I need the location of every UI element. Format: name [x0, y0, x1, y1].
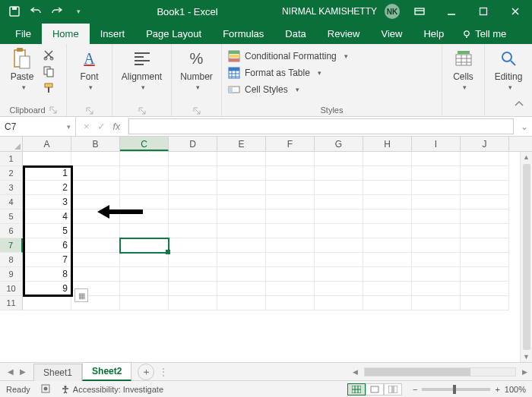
cell[interactable] [461, 210, 509, 224]
cell[interactable] [363, 210, 412, 224]
font-button[interactable]: A Font ▾ [74, 47, 106, 91]
page-break-view-icon[interactable] [384, 383, 402, 395]
col-header[interactable]: H [363, 137, 412, 151]
new-sheet-button[interactable]: ＋ [138, 364, 154, 380]
horizontal-scrollbar[interactable]: ◀ ▶ [173, 367, 532, 377]
cell[interactable] [315, 166, 363, 181]
cell[interactable] [169, 166, 217, 181]
cell[interactable] [315, 152, 363, 166]
cell[interactable] [461, 152, 509, 166]
cell[interactable] [120, 181, 169, 195]
cell[interactable] [169, 253, 217, 267]
cell[interactable] [71, 181, 120, 195]
tell-me[interactable]: Tell me [454, 24, 514, 44]
cell[interactable] [120, 166, 169, 181]
dialog-launcher-icon[interactable] [86, 107, 93, 115]
dialog-launcher-icon[interactable] [138, 107, 146, 115]
sheet-tab-sheet2[interactable]: Sheet2 [82, 362, 131, 381]
col-header[interactable]: E [217, 137, 266, 151]
cell[interactable] [315, 282, 363, 296]
expand-formula-bar-icon[interactable]: ⌄ [517, 117, 532, 136]
cell[interactable] [71, 210, 120, 224]
cell[interactable] [461, 282, 509, 296]
scrollbar-thumb[interactable] [523, 164, 530, 350]
cell[interactable] [169, 238, 217, 253]
cell[interactable] [315, 210, 363, 224]
col-header[interactable]: A [23, 137, 71, 151]
col-header[interactable]: J [461, 137, 509, 151]
tab-home[interactable]: Home [42, 24, 90, 44]
cut-icon[interactable] [43, 49, 55, 61]
dialog-launcher-icon[interactable] [193, 107, 201, 115]
cell[interactable] [315, 195, 363, 210]
cell[interactable] [71, 166, 120, 181]
cell[interactable] [266, 267, 315, 282]
scroll-right-icon[interactable]: ▶ [522, 368, 527, 376]
col-header[interactable]: B [71, 137, 120, 151]
cell[interactable]: 6 [23, 238, 71, 253]
zoom-in-icon[interactable]: + [495, 385, 499, 394]
formula-input[interactable] [128, 118, 514, 134]
normal-view-icon[interactable] [347, 383, 366, 395]
worksheet-grid[interactable]: A B C D E F G H I J 12132435465768798109… [0, 137, 532, 362]
cell[interactable] [461, 296, 509, 310]
cell[interactable] [315, 253, 363, 267]
cell[interactable] [412, 238, 461, 253]
cell[interactable] [412, 224, 461, 238]
row-header[interactable]: 10 [0, 282, 23, 296]
cell[interactable] [120, 296, 169, 310]
cell[interactable] [315, 238, 363, 253]
cell[interactable] [461, 267, 509, 282]
cell[interactable] [71, 152, 120, 166]
cell[interactable] [169, 267, 217, 282]
cell[interactable] [266, 253, 315, 267]
cell[interactable] [363, 267, 412, 282]
cell[interactable] [461, 166, 509, 181]
tab-scroll-splitter[interactable]: ⋮ [154, 367, 173, 377]
row-header[interactable]: 9 [0, 267, 23, 282]
cell[interactable] [23, 296, 71, 310]
accessibility-button[interactable]: Accessibility: Investigate [61, 385, 163, 394]
row-header[interactable]: 4 [0, 195, 23, 210]
format-painter-icon[interactable] [43, 82, 55, 94]
zoom-value[interactable]: 100% [505, 385, 526, 394]
cell[interactable] [169, 210, 217, 224]
cell[interactable] [217, 267, 266, 282]
cell[interactable] [120, 224, 169, 238]
cell[interactable] [412, 181, 461, 195]
cell[interactable] [363, 282, 412, 296]
tab-view[interactable]: View [370, 24, 413, 44]
col-header[interactable]: F [266, 137, 315, 151]
cell[interactable] [217, 296, 266, 310]
cell[interactable] [315, 267, 363, 282]
dialog-launcher-icon[interactable] [49, 106, 57, 114]
cell[interactable] [169, 152, 217, 166]
cell[interactable] [266, 152, 315, 166]
cell[interactable] [461, 224, 509, 238]
cell[interactable] [363, 238, 412, 253]
cell[interactable] [217, 238, 266, 253]
copy-icon[interactable] [43, 65, 55, 77]
cell[interactable] [315, 224, 363, 238]
row-header[interactable]: 5 [0, 210, 23, 224]
minimize-icon[interactable] [439, 3, 464, 20]
collapse-ribbon-icon[interactable] [514, 99, 524, 112]
tab-help[interactable]: Help [413, 24, 454, 44]
vertical-scrollbar[interactable]: ▲ ▼ [520, 152, 532, 362]
cell[interactable] [169, 282, 217, 296]
cell[interactable] [217, 166, 266, 181]
cell[interactable] [461, 195, 509, 210]
col-header[interactable]: I [412, 137, 461, 151]
cell[interactable] [169, 224, 217, 238]
row-header[interactable]: 11 [0, 296, 23, 310]
row-header[interactable]: 7 [0, 238, 23, 253]
cell[interactable]: 4 [23, 210, 71, 224]
cell[interactable] [120, 195, 169, 210]
cells-button[interactable]: Cells ▾ [448, 47, 478, 91]
paste-button[interactable]: Paste ▾ [6, 47, 38, 91]
cell[interactable] [217, 181, 266, 195]
name-box[interactable]: C7 ▾ [0, 117, 76, 136]
cell[interactable]: 9 [23, 282, 71, 296]
cell[interactable] [363, 296, 412, 310]
row-header[interactable]: 1 [0, 152, 23, 166]
